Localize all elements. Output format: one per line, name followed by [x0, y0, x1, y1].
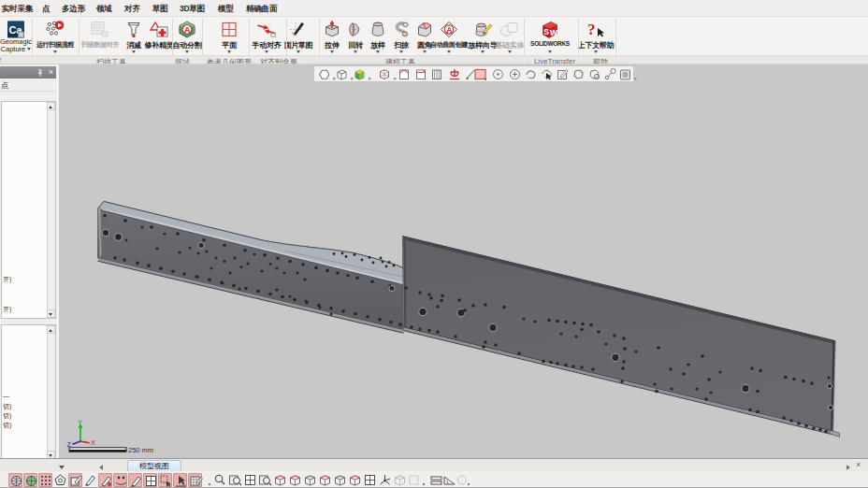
svg-text:250 mm: 250 mm	[128, 446, 153, 454]
svg-text:Z: Z	[67, 440, 72, 449]
svg-text:A: A	[184, 25, 191, 35]
svg-text:A: A	[446, 25, 452, 35]
svg-text:?: ?	[587, 21, 596, 38]
svg-text:Y: Y	[78, 418, 82, 426]
svg-text:X: X	[91, 438, 95, 447]
svg-text:S: S	[543, 27, 549, 36]
svg-text:W: W	[550, 28, 558, 37]
